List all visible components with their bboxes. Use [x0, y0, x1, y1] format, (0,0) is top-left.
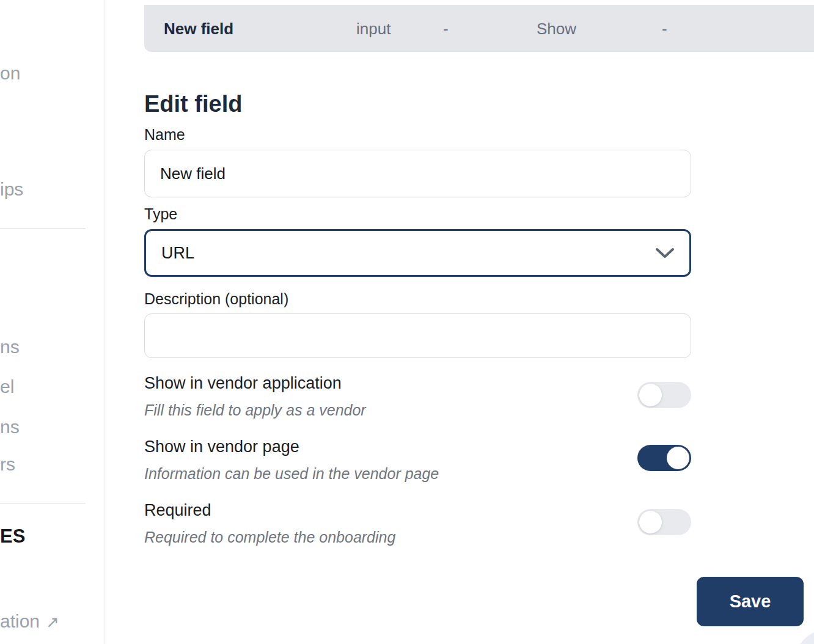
row-field-name: New field: [164, 19, 233, 38]
sidebar-divider: [0, 503, 86, 503]
vendor-application-toggle[interactable]: [637, 382, 691, 408]
row-field-dash: -: [443, 19, 449, 38]
vendor-application-toggle-label: Show in vendor application: [144, 374, 342, 393]
vendor-page-toggle-help: Information can be used in the vendor pa…: [144, 465, 439, 483]
required-toggle-help: Required to complete the onboarding: [144, 529, 395, 546]
row-field-visibility: Show: [537, 19, 576, 38]
sidebar-footer-link[interactable]: ation↗: [0, 611, 59, 632]
sidebar-item[interactable]: ns: [0, 417, 20, 437]
page-title: Edit field: [144, 91, 242, 117]
description-label: Description (optional): [144, 290, 288, 308]
toggle-knob: [639, 384, 662, 406]
sidebar-item[interactable]: ips: [0, 179, 23, 200]
sidebar-section-label: ES: [0, 525, 25, 547]
toggle-knob: [639, 511, 662, 533]
field-table-row[interactable]: New field input - Show -: [144, 5, 814, 52]
save-button[interactable]: Save: [697, 577, 804, 626]
description-input[interactable]: [144, 313, 691, 358]
toggle-knob: [667, 447, 689, 469]
name-label: Name: [144, 126, 185, 144]
row-field-dash: -: [662, 19, 667, 38]
sidebar-item[interactable]: el: [0, 376, 14, 397]
sidebar-divider: [0, 228, 86, 229]
sidebar-footer-label: ation: [0, 611, 40, 631]
type-select[interactable]: URL: [144, 229, 691, 277]
required-toggle[interactable]: [637, 509, 691, 535]
name-input[interactable]: [144, 150, 691, 197]
sidebar-item[interactable]: on: [0, 63, 20, 84]
required-toggle-label: Required: [144, 501, 211, 520]
sidebar-item[interactable]: ns: [0, 337, 20, 357]
sidebar-item[interactable]: rs: [0, 454, 15, 475]
page: on ips ns el ns rs ES ation↗ New field i…: [0, 0, 814, 644]
vendor-page-toggle[interactable]: [637, 445, 691, 471]
row-field-type: input: [356, 19, 391, 38]
vendor-page-toggle-label: Show in vendor page: [144, 437, 299, 456]
type-label: Type: [144, 205, 177, 223]
content-panel-border: [105, 0, 105, 644]
type-select-value: URL: [161, 244, 194, 263]
chevron-down-icon: [655, 247, 675, 259]
chat-widget-edge: [794, 629, 814, 644]
vendor-application-toggle-help: Fill this field to apply as a vendor: [144, 401, 366, 419]
external-link-icon: ↗: [46, 613, 59, 631]
